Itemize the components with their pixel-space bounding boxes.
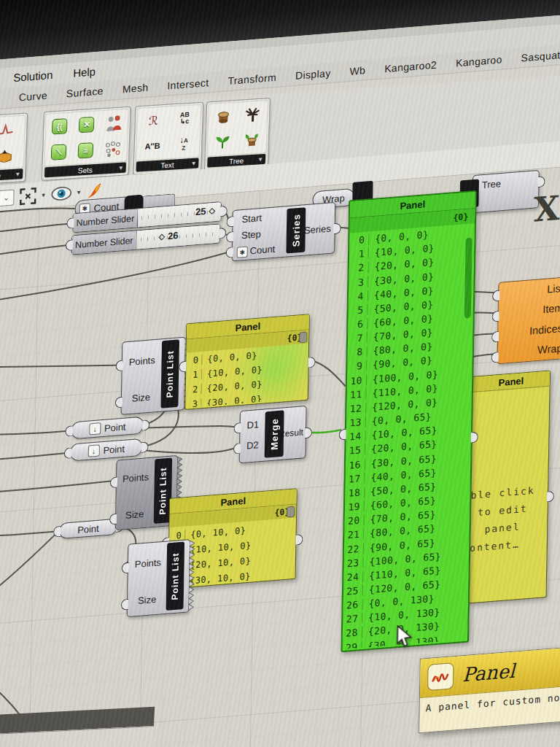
input-nub[interactable] bbox=[122, 562, 129, 574]
component-nameplate[interactable]: Series bbox=[286, 207, 306, 253]
expression-icon: ✱ bbox=[237, 247, 248, 258]
download-arrow-icon: ↓ bbox=[88, 444, 99, 457]
input-nub[interactable] bbox=[226, 231, 233, 243]
input-nub[interactable] bbox=[121, 599, 128, 611]
photo-of-screen: SolutionHelp CurveSurfaceMeshIntersectTr… bbox=[0, 0, 560, 747]
input-nub[interactable] bbox=[66, 217, 74, 229]
input-nub[interactable] bbox=[109, 514, 117, 525]
component-nameplate[interactable]: Point List bbox=[160, 339, 179, 408]
input-nub[interactable] bbox=[179, 361, 186, 373]
input-label: Wrap bbox=[497, 338, 560, 364]
input-nub[interactable] bbox=[115, 397, 122, 409]
input-nub[interactable] bbox=[226, 216, 233, 228]
input-nub[interactable] bbox=[53, 526, 61, 538]
series-component[interactable]: Start Step ✱ Count Series Series bbox=[232, 202, 336, 261]
input-nub[interactable] bbox=[491, 331, 499, 343]
input-nub[interactable] bbox=[110, 477, 117, 489]
input-nub[interactable] bbox=[66, 239, 73, 251]
canvas-x-glyph: X bbox=[533, 188, 560, 230]
input-nub[interactable] bbox=[226, 247, 233, 258]
component-nameplate[interactable]: Point List bbox=[166, 542, 185, 611]
component-nameplate[interactable]: Merge bbox=[265, 410, 284, 457]
input-nub[interactable] bbox=[233, 422, 241, 434]
panel-component-green[interactable]: Panel {0} 0{0, 0, 0}1{10, 0, 0}2{20, 0, … bbox=[341, 190, 476, 653]
download-arrow-icon: ↓ bbox=[89, 422, 101, 435]
input-nub[interactable] bbox=[491, 311, 499, 322]
list-item-component[interactable]: ListItemIndicesWrap bbox=[497, 276, 560, 365]
input-nub[interactable] bbox=[491, 352, 499, 363]
panel-tooltip: Panel A panel for custom not bbox=[419, 646, 560, 733]
merge-component[interactable]: D1 D2 Merge Result bbox=[239, 406, 307, 464]
mouse-cursor bbox=[395, 624, 414, 649]
input-nub[interactable] bbox=[233, 443, 241, 454]
scroll-grip[interactable] bbox=[287, 506, 295, 518]
input-nub[interactable] bbox=[116, 360, 123, 371]
input-nub[interactable] bbox=[64, 447, 71, 459]
laptop-screen: SolutionHelp CurveSurfaceMeshIntersectTr… bbox=[0, 0, 560, 747]
input-nub[interactable] bbox=[339, 429, 346, 441]
input-nub[interactable] bbox=[492, 290, 499, 302]
panel-icon bbox=[427, 662, 454, 691]
tree-param-component[interactable]: Tree bbox=[472, 170, 540, 213]
scroll-grip[interactable] bbox=[299, 332, 307, 344]
slider-grip[interactable]: ◇ bbox=[158, 231, 165, 241]
panel-component-a[interactable]: Panel {0} 0{0, 0, 0}1{10, 0, 0}2{20, 0, … bbox=[184, 314, 310, 410]
panel-component-note[interactable]: Panel ble clickto editpanelontent… bbox=[468, 371, 551, 604]
point-list-component-1[interactable]: Points Size Point List bbox=[121, 337, 186, 415]
point-list-component-3[interactable]: Points Size Point List bbox=[127, 539, 190, 617]
input-nub[interactable] bbox=[65, 425, 72, 437]
slider-grip[interactable]: ◇ bbox=[209, 206, 215, 216]
status-bar: nds ago) bbox=[0, 707, 155, 747]
